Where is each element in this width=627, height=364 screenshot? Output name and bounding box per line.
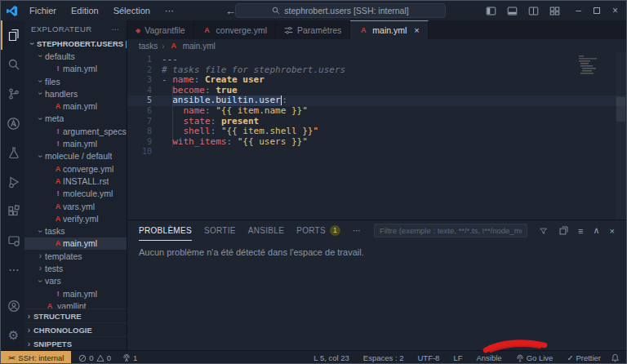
remote-indicator[interactable]: >< SSH: internal xyxy=(1,351,71,364)
notifications-bell-icon[interactable] xyxy=(611,353,620,362)
tab-main-yml[interactable]: A main.yml × xyxy=(350,20,428,39)
tree-item[interactable]: Averify.yml xyxy=(24,212,127,224)
tree-item[interactable]: !argument_specs.yml xyxy=(24,125,127,137)
tree-item[interactable]: ›vars xyxy=(24,275,127,287)
code-line[interactable]: 1--- xyxy=(127,55,626,65)
toggle-panel-icon[interactable] xyxy=(507,6,518,16)
tree-item[interactable]: !main.yml xyxy=(24,287,127,300)
breadcrumb-folder[interactable]: tasks xyxy=(139,42,158,51)
close-tab-icon[interactable]: × xyxy=(414,25,419,35)
problems-status[interactable]: 0 0 xyxy=(74,353,115,362)
close-panel-icon[interactable]: × xyxy=(610,226,615,236)
tree-item[interactable]: AINSTALL.rst xyxy=(24,175,127,187)
code-token: : xyxy=(205,106,216,117)
more-views-icon[interactable] xyxy=(1,255,24,285)
ansible-file-icon: A xyxy=(53,239,63,247)
open-in-editor-icon[interactable] xyxy=(559,226,568,235)
scrollbar-thumb[interactable] xyxy=(616,97,625,122)
tree-item[interactable]: ›STEPHROBERT.USERS [SSH... xyxy=(24,38,127,50)
breadcrumb-separator: › xyxy=(162,42,164,51)
ansible-extension-icon[interactable] xyxy=(1,109,24,138)
tree-item[interactable]: ›templates xyxy=(24,250,127,262)
search-view-icon[interactable] xyxy=(1,50,24,79)
panel-more-icon[interactable]: ⋯ xyxy=(353,226,362,235)
eol-status[interactable]: LF xyxy=(449,353,466,362)
minimize-button[interactable]: – xyxy=(576,5,581,16)
menu-more[interactable]: ⋯ xyxy=(158,6,181,16)
tree-item[interactable]: ›files xyxy=(24,75,127,87)
tree-item[interactable]: !main.yml xyxy=(24,137,127,149)
tab-vagrantfile[interactable]: ◆ Vagrantfile xyxy=(127,20,194,39)
views-more-icon[interactable]: ⋯ xyxy=(112,24,121,33)
explorer-icon[interactable] xyxy=(1,20,24,50)
tab-parametres[interactable]: Paramètres xyxy=(276,20,350,39)
section-structure[interactable]: ›STRUCTURE xyxy=(24,309,127,322)
problems-filter-input[interactable] xyxy=(374,224,527,237)
editor-scrollbar[interactable] xyxy=(616,52,626,220)
ansible-file-icon: A xyxy=(53,102,63,110)
tree-item[interactable]: A.yamllint xyxy=(24,300,127,309)
view-as-list-icon[interactable]: ≡ xyxy=(578,226,583,236)
prettier-status[interactable]: ✓ Prettier xyxy=(563,353,605,362)
menu-fichier[interactable]: Fichier xyxy=(22,6,64,16)
panel-tab-problemes[interactable]: PROBLÈMES xyxy=(139,220,192,241)
section-snippets[interactable]: ›SNIPPETS xyxy=(24,336,127,350)
encoding-status[interactable]: UTF-8 xyxy=(413,353,443,362)
tree-item[interactable]: !molecule.yml xyxy=(24,188,127,200)
settings-gear-icon[interactable]: ⚙ xyxy=(1,321,24,350)
tree-item[interactable]: ›handlers xyxy=(24,87,127,100)
minimap[interactable] xyxy=(579,55,613,78)
menu-edition[interactable]: Edition xyxy=(64,6,106,16)
code-line[interactable]: 8 shell: "{{ item.shell }}" xyxy=(127,127,626,137)
filter-funnel-icon[interactable] xyxy=(540,226,547,236)
run-debug-icon[interactable] xyxy=(1,167,24,197)
section-chronologie[interactable]: ›CHRONOLOGIE xyxy=(24,322,127,336)
split-editor-icon[interactable] xyxy=(528,6,539,16)
tree-item[interactable]: ›tests xyxy=(24,262,127,274)
menubar: Fichier Edition Sélection ⋯ xyxy=(22,6,181,16)
extensions-icon[interactable] xyxy=(1,197,24,226)
remote-explorer-icon[interactable] xyxy=(1,226,24,255)
panel-actions: ≡ ∧ × xyxy=(559,225,615,236)
tree-item[interactable]: Aconverge.yml xyxy=(24,162,127,175)
go-live-button[interactable]: Go Live xyxy=(512,353,558,362)
tree-item[interactable]: !main.yml xyxy=(24,63,127,75)
language-mode[interactable]: Ansible xyxy=(472,353,505,362)
activity-bar-bottom: ⚙ xyxy=(1,291,24,350)
source-control-icon[interactable] xyxy=(1,79,24,109)
tree-item[interactable]: ›defaults xyxy=(24,50,127,62)
forwarded-ports-status[interactable]: 1 xyxy=(118,353,141,362)
toggle-sidebar-icon[interactable] xyxy=(486,6,496,16)
testing-beaker-icon[interactable] xyxy=(1,138,24,167)
command-center-search[interactable]: stephrobert.users [SSH: internal] xyxy=(235,3,446,18)
panel-tab-ansible[interactable]: ANSIBLE xyxy=(248,220,284,241)
code-editor[interactable]: 1---2# tasks file for stephrobert.users3… xyxy=(127,52,626,220)
cursor-position[interactable]: L 5, col 23 xyxy=(309,353,353,362)
accounts-icon[interactable] xyxy=(1,291,24,321)
warning-count: 0 xyxy=(107,353,111,362)
breadcrumb: tasks › A main.yml xyxy=(127,39,626,52)
tab-converge-yml[interactable]: A converge.yml xyxy=(194,20,276,39)
maximize-button[interactable] xyxy=(593,7,601,15)
tree-item[interactable]: Amain.yml xyxy=(24,237,127,250)
back-arrow-icon[interactable]: ← xyxy=(225,5,236,17)
code-line[interactable]: 3- name: Create user xyxy=(127,75,626,86)
indentation-status[interactable]: Espaces : 2 xyxy=(359,353,408,362)
menu-selection[interactable]: Sélection xyxy=(106,6,158,16)
tree-item[interactable]: Avars.yml xyxy=(24,200,127,212)
code-token: with_items xyxy=(172,137,226,148)
chevron-icon: › xyxy=(36,264,45,273)
code-line[interactable]: 6 name: "{{ item.name }}" xyxy=(127,106,626,117)
customize-layout-icon[interactable] xyxy=(549,6,560,16)
breadcrumb-file[interactable]: main.yml xyxy=(183,42,216,51)
tree-item[interactable]: ›molecule / default xyxy=(24,150,127,162)
tree-item[interactable]: Amain.yml xyxy=(24,100,127,112)
panel-tab-sortie[interactable]: SORTIE xyxy=(204,220,236,241)
panel-tab-ports[interactable]: PORTS 1 xyxy=(296,220,340,241)
tree-item[interactable]: ›meta xyxy=(24,113,127,125)
code-line[interactable]: 10 xyxy=(127,147,626,158)
tree-item[interactable]: ›tasks xyxy=(24,224,127,237)
close-button[interactable]: × xyxy=(612,5,618,16)
maximize-panel-icon[interactable]: ∧ xyxy=(594,225,600,236)
code-line[interactable]: 9 with_items: "{{ users }}" xyxy=(127,137,626,148)
